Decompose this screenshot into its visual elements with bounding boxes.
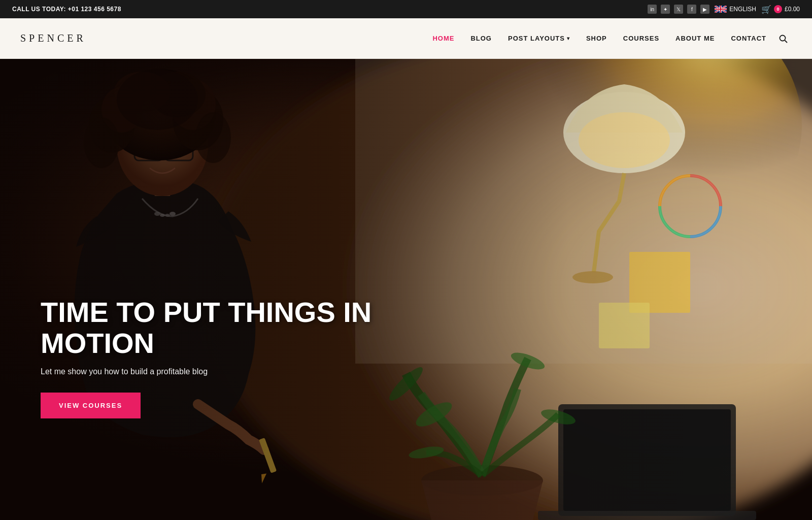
dropdown-arrow-icon: ▾	[567, 36, 570, 41]
site-logo[interactable]: SPENCER	[20, 32, 86, 44]
nav-item-about[interactable]: ABOUT ME	[667, 18, 723, 59]
instagram-icon[interactable]: ✦	[661, 5, 670, 14]
view-courses-button[interactable]: VIEW COURSES	[41, 393, 141, 418]
hero-content: TIME TO PUT THINGS IN MOTION Let me show…	[41, 297, 396, 418]
nav-bar: SPENCER HOME BLOG POST LAYOUTS ▾ SHOP CO…	[0, 18, 812, 59]
top-bar-right: in ✦ 𝕏 f ▶ ENGLISH 🛒 0 £0.00	[648, 5, 800, 14]
search-icon[interactable]	[774, 34, 792, 43]
language-selector[interactable]: ENGLISH	[715, 6, 756, 13]
cart-price: £0.00	[785, 6, 800, 13]
hero-section: TIME TO PUT THINGS IN MOTION Let me show…	[0, 59, 812, 520]
nav-item-home[interactable]: HOME	[424, 18, 462, 59]
facebook-icon[interactable]: f	[687, 5, 696, 14]
svg-rect-53	[0, 59, 812, 520]
cart-icon: 🛒	[761, 5, 771, 14]
language-label: ENGLISH	[729, 6, 756, 13]
nav-item-courses[interactable]: COURSES	[615, 18, 667, 59]
svg-point-9	[780, 35, 786, 41]
social-icons: in ✦ 𝕏 f ▶	[648, 5, 709, 14]
nav-item-contact[interactable]: CONTACT	[723, 18, 774, 59]
flag-icon	[715, 6, 727, 13]
top-bar: CALL US TODAY: +01 123 456 5678 in ✦ 𝕏 f…	[0, 0, 812, 18]
hero-background	[0, 59, 812, 520]
nav-item-shop[interactable]: SHOP	[578, 18, 615, 59]
twitter-icon[interactable]: 𝕏	[674, 5, 683, 14]
linkedin-icon[interactable]: in	[648, 5, 657, 14]
youtube-icon[interactable]: ▶	[700, 5, 709, 14]
phone-number: CALL US TODAY: +01 123 456 5678	[12, 6, 121, 13]
nav-item-blog[interactable]: BLOG	[462, 18, 500, 59]
nav-item-post-layouts[interactable]: POST LAYOUTS ▾	[500, 18, 578, 59]
cart-badge: 0	[774, 5, 782, 13]
hero-subtitle: Let me show you how to build a profitabl…	[41, 367, 396, 376]
hero-title: TIME TO PUT THINGS IN MOTION	[41, 297, 396, 359]
cart[interactable]: 🛒 0 £0.00	[761, 5, 800, 14]
svg-line-10	[785, 40, 788, 43]
nav-links: HOME BLOG POST LAYOUTS ▾ SHOP COURSES AB…	[424, 18, 792, 59]
svg-rect-8	[715, 9, 727, 10]
